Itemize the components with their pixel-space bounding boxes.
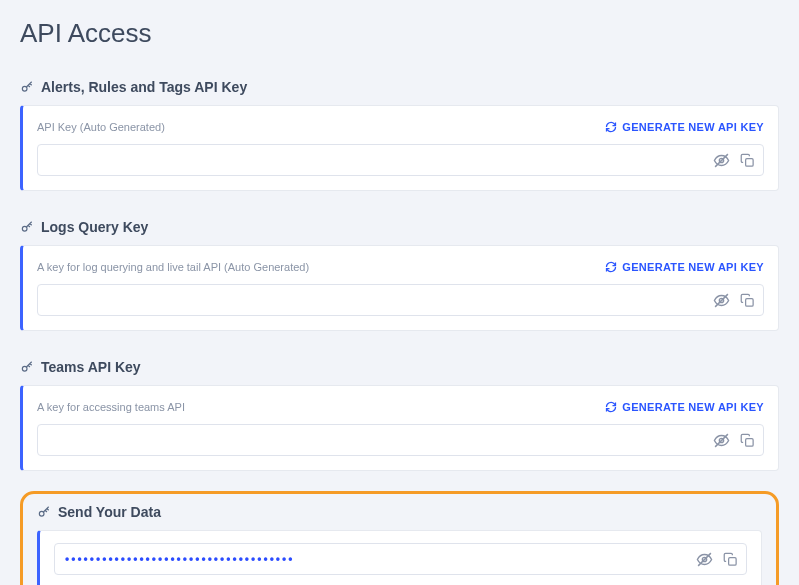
section-title: Alerts, Rules and Tags API Key bbox=[41, 79, 247, 95]
svg-rect-3 bbox=[745, 158, 753, 166]
toggle-visibility-button[interactable] bbox=[712, 291, 730, 309]
section-header: Teams API Key bbox=[20, 359, 779, 375]
api-key-input[interactable] bbox=[37, 144, 764, 176]
refresh-icon bbox=[604, 121, 617, 134]
toggle-visibility-button[interactable] bbox=[712, 431, 730, 449]
section-header: Send Your Data bbox=[37, 504, 762, 520]
svg-point-12 bbox=[39, 511, 44, 516]
key-description: API Key (Auto Generated) bbox=[37, 121, 165, 133]
key-icon bbox=[20, 80, 34, 94]
key-description: A key for log querying and live tail API… bbox=[37, 261, 309, 273]
svg-point-8 bbox=[22, 366, 27, 371]
api-key-input[interactable] bbox=[37, 424, 764, 456]
generate-api-key-button[interactable]: GENERATE NEW API KEY bbox=[604, 121, 764, 134]
key-card: A key for log querying and live tail API… bbox=[20, 245, 779, 331]
copy-button[interactable] bbox=[738, 431, 756, 449]
copy-button[interactable] bbox=[738, 291, 756, 309]
section-header: Alerts, Rules and Tags API Key bbox=[20, 79, 779, 95]
copy-button[interactable] bbox=[721, 550, 739, 568]
svg-rect-7 bbox=[745, 298, 753, 306]
api-key-input[interactable] bbox=[37, 284, 764, 316]
send-data-key-input[interactable] bbox=[54, 543, 747, 575]
key-description: A key for accessing teams API bbox=[37, 401, 185, 413]
section-title: Send Your Data bbox=[58, 504, 161, 520]
section-title: Teams API Key bbox=[41, 359, 141, 375]
generate-api-key-button[interactable]: GENERATE NEW API KEY bbox=[604, 401, 764, 414]
copy-button[interactable] bbox=[738, 151, 756, 169]
refresh-icon bbox=[604, 401, 617, 414]
section-header: Logs Query Key bbox=[20, 219, 779, 235]
generate-api-key-button[interactable]: GENERATE NEW API KEY bbox=[604, 261, 764, 274]
key-icon bbox=[20, 220, 34, 234]
key-icon bbox=[37, 505, 51, 519]
toggle-visibility-button[interactable] bbox=[695, 550, 713, 568]
svg-rect-15 bbox=[728, 557, 736, 565]
toggle-visibility-button[interactable] bbox=[712, 151, 730, 169]
highlight-send-data: Send Your Data bbox=[20, 491, 779, 585]
svg-rect-11 bbox=[745, 438, 753, 446]
refresh-icon bbox=[604, 261, 617, 274]
page-title: API Access bbox=[20, 18, 779, 49]
section-logs: Logs Query Key A key for log querying an… bbox=[20, 219, 779, 331]
key-card: API Key (Auto Generated) GENERATE NEW AP… bbox=[20, 105, 779, 191]
key-card: A key for accessing teams API GENERATE N… bbox=[20, 385, 779, 471]
svg-point-0 bbox=[22, 86, 27, 91]
key-icon bbox=[20, 360, 34, 374]
svg-point-4 bbox=[22, 226, 27, 231]
section-teams: Teams API Key A key for accessing teams … bbox=[20, 359, 779, 471]
section-alerts: Alerts, Rules and Tags API Key API Key (… bbox=[20, 79, 779, 191]
key-card bbox=[37, 530, 762, 585]
section-title: Logs Query Key bbox=[41, 219, 148, 235]
